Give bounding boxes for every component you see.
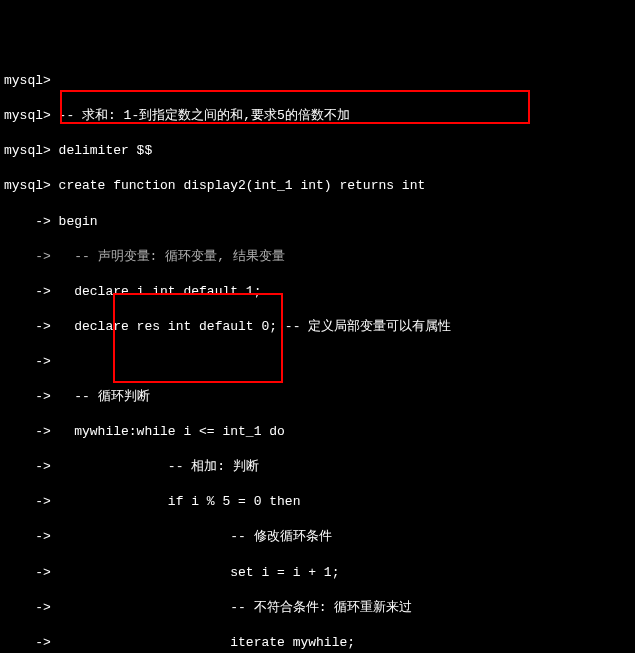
terminal-line: -> set i = i + 1; (4, 564, 631, 582)
terminal-line: -> declare i int default 1; (4, 283, 631, 301)
terminal-line: mysql> delimiter $$ (4, 142, 631, 160)
terminal-line: -> if i % 5 = 0 then (4, 493, 631, 511)
terminal-line: -> mywhile:while i <= int_1 do (4, 423, 631, 441)
terminal-line: -> -- 相加: 判断 (4, 458, 631, 476)
terminal-line: mysql> create function display2(int_1 in… (4, 177, 631, 195)
terminal-line: mysql> -- 求和: 1-到指定数之间的和,要求5的倍数不加 (4, 107, 631, 125)
terminal-line: -> begin (4, 213, 631, 231)
terminal-line: -> -- 声明变量: 循环变量, 结果变量 (4, 248, 631, 266)
terminal-line: -> declare res int default 0; -- 定义局部变量可… (4, 318, 631, 336)
terminal-line: -> -- 循环判断 (4, 388, 631, 406)
highlight-box-loopbody (113, 293, 283, 383)
terminal-line: -> (4, 353, 631, 371)
terminal-line: -> -- 修改循环条件 (4, 528, 631, 546)
terminal-line: -> -- 不符合条件: 循环重新来过 (4, 599, 631, 617)
terminal-line: mysql> (4, 72, 631, 90)
terminal-line: -> iterate mywhile; (4, 634, 631, 652)
